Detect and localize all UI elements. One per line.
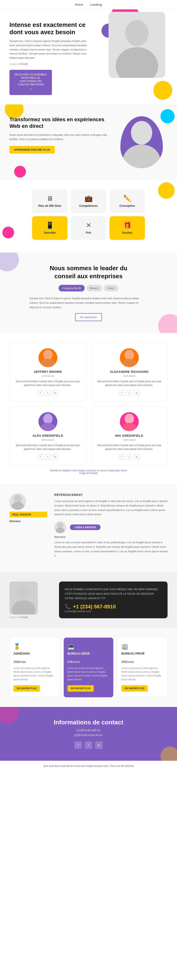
- footer: Qule amet libero ante literet le tinte a…: [0, 761, 177, 771]
- navbar: Home Landing: [0, 0, 177, 10]
- hero-img-link[interactable]: Freepik: [20, 63, 28, 65]
- hero-cta-arrow: →: [14, 86, 48, 91]
- adhesion-btn[interactable]: EN SAVOIR PLUS: [13, 685, 40, 692]
- bureau-dede-price: 65$/mois: [67, 657, 110, 665]
- service-card-sites[interactable]: 🖥 Plus de 500 Sites: [32, 189, 67, 213]
- bureau-prive-desc: Lorem accumsan as amet agecino. Morbi ul…: [121, 667, 164, 681]
- paul-name-badge: PAUL HUDSON: [10, 512, 47, 517]
- sensible-label: Sensible: [44, 231, 56, 234]
- contact-email2: p2@email.come.be.ez: [10, 733, 167, 737]
- bureau-prive-price: 95$/mois: [121, 657, 164, 665]
- bureau-dede-btn[interactable]: EN SAVOIR PLUS: [67, 685, 94, 692]
- paul-avatar: [10, 493, 26, 510]
- testimonial-section: PAUL HUDSON Directeur RÉFÉRENCEMENT Lore…: [0, 484, 177, 572]
- contact-email[interactable]: p.email@example.com: [65, 610, 162, 612]
- svg-point-4: [131, 121, 152, 145]
- phone-icon: 📞: [65, 604, 71, 610]
- alex-name: ALEX GREENFIELD: [14, 434, 81, 438]
- team-note-text: Glantita for habitant morbi tristique se…: [50, 469, 127, 472]
- alexandre-instagram[interactable]: in: [134, 390, 140, 396]
- conception-icon: ✏️: [123, 194, 131, 202]
- contact-social-links: f t in: [10, 741, 167, 749]
- team-section: JEFFREY BROWN chef actuel Qlue amet litr…: [0, 333, 177, 484]
- service-card-conception[interactable]: ✏️ Conception: [110, 189, 145, 213]
- adhesion-icon: 🏅: [13, 643, 56, 650]
- footer-link[interactable]: | View Live Wix Website: [108, 765, 134, 767]
- s2-blob-pink: [14, 166, 26, 178]
- contact-facebook-btn[interactable]: f: [74, 741, 82, 749]
- services-row-1: 🖥 Plus de 500 Sites 💼 Compétences ✏️ Con…: [10, 189, 167, 213]
- hero-cta-button[interactable]: DÉCOUVREZ UN ENSEMBLE INCROYABLE DE FONC…: [10, 70, 52, 95]
- contact-email1[interactable]: p1@email.adil.be: [10, 729, 167, 732]
- jeffrey-instagram[interactable]: in: [53, 390, 58, 396]
- linda-avatar: [54, 521, 66, 533]
- bureau-prive-title: BUREAU PRIVÉ: [121, 652, 164, 655]
- service-card-sensible[interactable]: 📱 Sensible: [32, 216, 67, 240]
- alex-twitter[interactable]: t: [45, 454, 51, 460]
- team-note: Glantita for habitant morbi tristique se…: [10, 469, 167, 474]
- leader-tab-vision[interactable]: Vision: [104, 285, 118, 291]
- alex-role: chef actuel: [14, 438, 81, 441]
- footer-text: Qule amet libero ante literet le tinte a…: [43, 765, 108, 767]
- service-card-prix[interactable]: ✕ Prix: [71, 216, 106, 240]
- contact-banner-left: Image de Freepik: [10, 581, 52, 619]
- pricing-card-adhesion: 🏅 ADHÉSION 35$/mois Lorem accumsan as am…: [10, 637, 60, 697]
- jeffrey-facebook[interactable]: f: [38, 390, 43, 396]
- svg-point-6: [43, 350, 53, 360]
- paul-role: Directeur: [10, 520, 47, 523]
- team-card-jeffrey: JEFFREY BROWN chef actuel Qlue amet litr…: [10, 342, 86, 402]
- transform-section: Transformez vos idées en expériences Web…: [0, 105, 177, 180]
- pricing-grid: 🏅 ADHÉSION 35$/mois Lorem accumsan as am…: [10, 637, 167, 697]
- alex-instagram[interactable]: in: [53, 454, 58, 460]
- svg-point-8: [124, 350, 134, 360]
- team-card-alexandre: ALEXANDRE RICHAGNO chef actuel Qlue amet…: [91, 342, 167, 402]
- hero-section: Intense est exactement ce dont vous avez…: [0, 10, 177, 105]
- alexandre-role: chef actuel: [96, 374, 163, 377]
- referenement-title: RÉFÉRENCEMENT: [54, 493, 167, 496]
- conception-label: Conception: [120, 204, 135, 207]
- contact-twitter-btn[interactable]: t: [85, 741, 92, 749]
- s2-image-container: [120, 116, 167, 168]
- alexandre-name: ALEXANDRE RICHAGNO: [96, 370, 163, 374]
- mai-twitter[interactable]: t: [126, 454, 132, 460]
- hero-blob-yellow: [153, 81, 172, 100]
- nav-home[interactable]: Home: [75, 3, 83, 6]
- alexandre-facebook[interactable]: f: [119, 390, 124, 396]
- mai-instagram[interactable]: in: [134, 454, 140, 460]
- contact-banner-section: Image de Freepik NOUS SOMMES CONSCIENTS …: [0, 572, 177, 628]
- leader-tab-mission[interactable]: Mission: [86, 285, 102, 291]
- referenement-text: Lorem accumsan as amet agecino cet fring…: [54, 499, 167, 517]
- jeffrey-avatar: [38, 348, 57, 367]
- contact-section: Informations de contact p1@email.adil.be…: [0, 707, 177, 761]
- svg-point-11: [40, 423, 56, 431]
- alexandre-avatar: [120, 348, 139, 367]
- service-card-soutien[interactable]: 🎁 Soutien: [110, 216, 145, 240]
- contact-instagram-btn[interactable]: in: [95, 741, 103, 749]
- svg-point-10: [43, 414, 53, 424]
- mai-facebook[interactable]: f: [119, 454, 124, 460]
- bureau-dede-icon: 💻: [67, 643, 110, 650]
- service-card-competences[interactable]: 💼 Compétences: [71, 189, 106, 213]
- soutien-icon: 🎁: [123, 221, 131, 229]
- sv-blob-pink: [2, 227, 14, 239]
- bureau-prive-btn[interactable]: EN SAVOIR PLUS: [121, 685, 148, 692]
- mai-social: f t in: [96, 454, 163, 460]
- sites-label: Plus de 500 Sites: [38, 204, 61, 207]
- contact-img-link[interactable]: Freepik: [20, 616, 28, 619]
- s2-body: Etiam porta duis libero la hendrerit in …: [10, 133, 111, 141]
- team-grid: JEFFREY BROWN chef actuel Qlue amet litr…: [10, 342, 167, 466]
- nav-landing[interactable]: Landing: [90, 3, 102, 6]
- paul-desc: Lorem ut vero os amet reprenderit in ull…: [54, 540, 167, 558]
- contact-phone[interactable]: 📞 +1 (234) 567-8910: [65, 604, 162, 610]
- team-note-link[interactable]: Freepik: [90, 472, 98, 474]
- s2-learn-more-button[interactable]: APPRENDRE ENCORE PLUS: [10, 146, 55, 154]
- bureau-prive-icon: 🏢: [121, 643, 164, 650]
- hero-img-label: Image de Freepik: [10, 62, 90, 66]
- alex-facebook[interactable]: f: [38, 454, 43, 460]
- leader-tab-benefit[interactable]: Company Benfit: [59, 285, 85, 291]
- bureau-dede-title: BUREAU DÉDÉ: [67, 652, 110, 655]
- alexandre-twitter[interactable]: t: [126, 390, 132, 396]
- hero-title: Intense est exactement ce dont vous avez…: [10, 21, 90, 36]
- leader-learn-more-button[interactable]: En savoir plus: [75, 313, 102, 321]
- jeffrey-twitter[interactable]: t: [45, 390, 51, 396]
